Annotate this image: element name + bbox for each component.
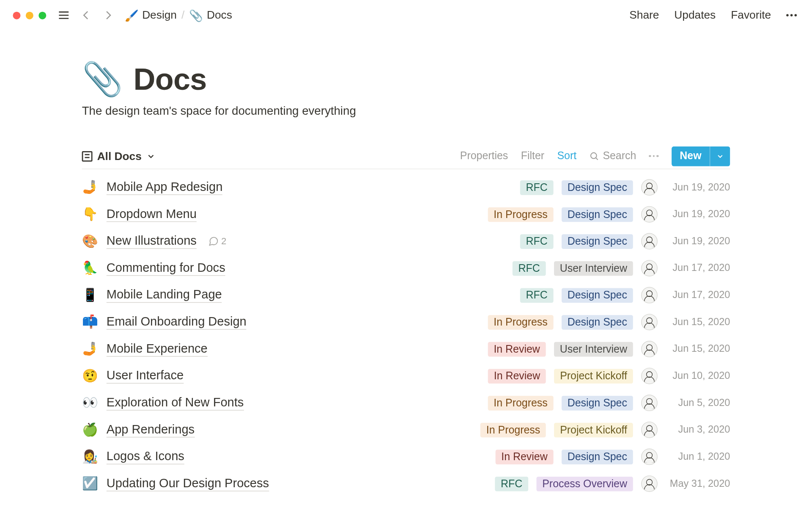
tag[interactable]: RFC: [520, 288, 554, 303]
row-comment-count[interactable]: 2: [208, 236, 227, 246]
list-item[interactable]: 📫Email Onboarding DesignIn ProgressDesig…: [82, 309, 730, 336]
row-title[interactable]: Mobile App Redesign: [107, 180, 223, 195]
tag[interactable]: Process Overview: [536, 476, 633, 491]
row-assignee-avatar[interactable]: [641, 368, 658, 384]
row-assignee-avatar[interactable]: [641, 287, 658, 304]
tag[interactable]: Project Kickoff: [554, 422, 633, 437]
row-assignee-avatar[interactable]: [641, 314, 658, 330]
tag[interactable]: In Progress: [488, 207, 554, 222]
database-rows: 🤳Mobile App RedesignRFCDesign SpecJun 19…: [82, 174, 730, 497]
window-close-button[interactable]: [13, 11, 20, 19]
row-title[interactable]: Updating Our Design Process: [107, 476, 269, 491]
row-date: Jun 19, 2020: [666, 235, 730, 247]
row-title[interactable]: New Illustrations: [107, 234, 197, 249]
tag[interactable]: Design Spec: [562, 315, 633, 330]
nav-back-button[interactable]: [78, 7, 94, 24]
tag[interactable]: Design Spec: [562, 450, 633, 464]
list-item[interactable]: 🤳Mobile App RedesignRFCDesign SpecJun 19…: [82, 174, 730, 201]
more-menu-button[interactable]: [786, 14, 797, 17]
row-title[interactable]: User Interface: [107, 369, 184, 384]
tag[interactable]: Design Spec: [562, 234, 633, 249]
search-button[interactable]: Search: [590, 150, 636, 162]
breadcrumb-current[interactable]: 📎 Docs: [189, 8, 232, 22]
page-title[interactable]: Docs: [133, 61, 206, 97]
tag[interactable]: User Interview: [554, 342, 633, 356]
list-item[interactable]: ☑️Updating Our Design ProcessRFCProcess …: [82, 470, 730, 497]
tag[interactable]: Design Spec: [562, 395, 633, 410]
list-item[interactable]: 🤳Mobile ExperienceIn ReviewUser Intervie…: [82, 336, 730, 363]
row-tags: RFCProcess Overview: [446, 476, 633, 491]
row-icon: 👩‍🎨: [82, 449, 99, 464]
row-icon: ☑️: [82, 476, 99, 491]
row-assignee-avatar[interactable]: [641, 260, 658, 276]
row-assignee-avatar[interactable]: [641, 395, 658, 411]
favorite-button[interactable]: Favorite: [731, 9, 771, 22]
share-button[interactable]: Share: [629, 9, 659, 22]
tag[interactable]: RFC: [513, 261, 546, 276]
tag[interactable]: In Review: [488, 369, 546, 384]
window-zoom-button[interactable]: [38, 11, 46, 19]
row-title[interactable]: Commenting for Docs: [107, 261, 225, 276]
row-tags: RFCDesign Spec: [446, 288, 633, 303]
row-title[interactable]: Email Onboarding Design: [107, 315, 247, 329]
list-item[interactable]: 🦜Commenting for DocsRFCUser InterviewJun…: [82, 255, 730, 282]
tag[interactable]: Design Spec: [562, 207, 633, 222]
list-item[interactable]: 📱Mobile Landing PageRFCDesign SpecJun 17…: [82, 282, 730, 309]
row-icon: 📫: [82, 315, 99, 330]
view-picker[interactable]: All Docs: [82, 149, 156, 162]
properties-button[interactable]: Properties: [460, 150, 508, 162]
updates-button[interactable]: Updates: [674, 9, 716, 22]
row-icon: 🍏: [82, 422, 99, 437]
list-item[interactable]: 👩‍🎨Logos & IconsIn ReviewDesign SpecJun …: [82, 443, 730, 470]
filter-button[interactable]: Filter: [521, 150, 544, 162]
view-actions: Properties Filter Sort Search New: [460, 146, 730, 166]
row-icon: 🎨: [82, 234, 99, 249]
tag[interactable]: Design Spec: [562, 288, 633, 303]
list-item[interactable]: 👇Dropdown MenuIn ProgressDesign SpecJun …: [82, 201, 730, 228]
tag[interactable]: In Review: [496, 450, 554, 464]
chevron-down-icon: [716, 152, 724, 160]
row-title[interactable]: Mobile Landing Page: [107, 288, 222, 303]
page-icon[interactable]: 📎: [82, 60, 123, 98]
breadcrumb-parent[interactable]: 🖌️ Design: [125, 8, 177, 22]
list-item[interactable]: 🎨New Illustrations2RFCDesign SpecJun 19,…: [82, 228, 730, 255]
sort-button[interactable]: Sort: [557, 150, 576, 162]
row-assignee-avatar[interactable]: [641, 341, 658, 357]
view-more-button[interactable]: [649, 155, 659, 157]
tag[interactable]: RFC: [495, 476, 528, 491]
row-title[interactable]: Dropdown Menu: [107, 207, 197, 222]
row-tags: In ProgressDesign Spec: [446, 207, 633, 222]
row-comment-number: 2: [221, 236, 226, 246]
list-item[interactable]: 🍏App RenderingsIn ProgressProject Kickof…: [82, 417, 730, 444]
new-row-dropdown[interactable]: [710, 146, 730, 166]
tag[interactable]: RFC: [520, 234, 554, 249]
row-tags: In ProgressProject Kickoff: [446, 422, 633, 437]
tag[interactable]: In Progress: [488, 395, 554, 410]
row-title[interactable]: Logos & Icons: [107, 450, 184, 464]
row-title[interactable]: Exploration of New Fonts: [107, 395, 244, 410]
row-assignee-avatar[interactable]: [641, 475, 658, 492]
list-item[interactable]: 👀Exploration of New FontsIn ProgressDesi…: [82, 389, 730, 417]
row-assignee-avatar[interactable]: [641, 179, 658, 196]
list-item[interactable]: 🤨User InterfaceIn ReviewProject KickoffJ…: [82, 362, 730, 389]
sidebar-toggle-button[interactable]: [55, 7, 72, 24]
row-title[interactable]: Mobile Experience: [107, 342, 208, 356]
nav-forward-button[interactable]: [100, 7, 117, 24]
tag[interactable]: In Progress: [480, 422, 546, 437]
row-assignee-avatar[interactable]: [641, 233, 658, 250]
tag[interactable]: Design Spec: [562, 180, 633, 195]
tag[interactable]: RFC: [520, 180, 554, 195]
row-title[interactable]: App Renderings: [107, 422, 195, 437]
tag[interactable]: In Progress: [488, 315, 554, 330]
window-minimize-button[interactable]: [26, 11, 33, 19]
tag[interactable]: Project Kickoff: [554, 369, 633, 384]
breadcrumb: 🖌️ Design / 📎 Docs: [125, 8, 232, 22]
row-assignee-avatar[interactable]: [641, 449, 658, 465]
page-subtitle[interactable]: The design team's space for documenting …: [82, 104, 730, 118]
tag[interactable]: User Interview: [554, 261, 633, 276]
breadcrumb-current-label: Docs: [207, 9, 232, 22]
new-row-button[interactable]: New: [672, 146, 730, 166]
row-assignee-avatar[interactable]: [641, 206, 658, 223]
row-assignee-avatar[interactable]: [641, 422, 658, 438]
tag[interactable]: In Review: [488, 342, 546, 356]
